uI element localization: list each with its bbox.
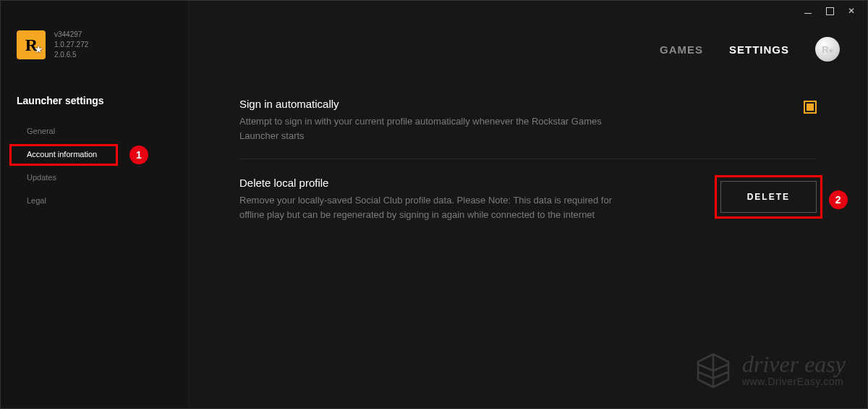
delete-button[interactable]: DELETE — [720, 181, 817, 213]
close-button[interactable]: ✕ — [847, 7, 856, 15]
sidebar-section-title: Launcher settings — [1, 89, 188, 119]
window-controls: ✕ — [804, 1, 867, 15]
minimize-button[interactable] — [804, 7, 812, 15]
watermark-text-block: driver easy www.DriverEasy.com — [742, 354, 846, 388]
setting-signin-row: Sign in automatically Attempt to sign in… — [239, 90, 817, 159]
settings-content: Sign in automatically Attempt to sign in… — [189, 83, 867, 237]
logo-star-icon: ★ — [34, 43, 43, 55]
brand-block: R ★ v344297 1.0.27.272 2.0.6.5 — [1, 15, 188, 89]
version-line: v344297 — [54, 30, 88, 40]
sidebar: R ★ v344297 1.0.27.272 2.0.6.5 Launcher … — [1, 1, 189, 408]
setting-signin-desc: Attempt to sign in with your current pro… — [239, 114, 630, 143]
sidebar-item-general[interactable]: General — [1, 119, 188, 143]
setting-signin-title: Sign in automatically — [239, 98, 786, 110]
rockstar-logo-icon: R ★ — [17, 30, 46, 59]
version-info: v344297 1.0.27.272 2.0.6.5 — [54, 30, 88, 60]
setting-delete-row: Delete local profile Remove your locally… — [239, 169, 817, 237]
delete-button-wrap: DELETE 2 — [720, 181, 817, 213]
checkbox-checked-icon — [807, 104, 814, 111]
sidebar-item-legal[interactable]: Legal — [1, 189, 188, 212]
watermark-url: www.DriverEasy.com — [742, 376, 846, 387]
sidebar-item-account-wrap: Account information 1 — [1, 143, 188, 166]
setting-delete-title: Delete local profile — [239, 177, 703, 189]
signin-checkbox[interactable] — [804, 101, 817, 114]
setting-delete-desc: Remove your locally-saved Social Club pr… — [239, 193, 630, 222]
main-panel: GAMES SETTINGS R★ Sign in automatically … — [189, 1, 867, 408]
setting-signin-text: Sign in automatically Attempt to sign in… — [239, 98, 786, 143]
drivereasy-logo-icon — [693, 350, 733, 391]
version-line: 1.0.27.272 — [54, 40, 88, 50]
top-nav: GAMES SETTINGS R★ — [189, 1, 867, 83]
sidebar-item-updates[interactable]: Updates — [1, 166, 188, 189]
maximize-button[interactable] — [825, 7, 834, 15]
nav-settings[interactable]: SETTINGS — [729, 43, 789, 56]
annotation-step-2-badge: 2 — [829, 190, 848, 209]
avatar-text: R★ — [822, 44, 833, 55]
app-root: R ★ v344297 1.0.27.272 2.0.6.5 Launcher … — [1, 1, 867, 408]
watermark-brand: driver easy — [742, 354, 846, 375]
avatar[interactable]: R★ — [815, 37, 840, 62]
setting-delete-text: Delete local profile Remove your locally… — [239, 177, 703, 222]
annotation-step-1-badge: 1 — [129, 146, 148, 164]
sidebar-item-account-information[interactable]: Account information — [1, 143, 188, 166]
version-line: 2.0.6.5 — [54, 50, 88, 60]
nav-games[interactable]: GAMES — [660, 43, 703, 56]
watermark: driver easy www.DriverEasy.com — [693, 350, 846, 391]
